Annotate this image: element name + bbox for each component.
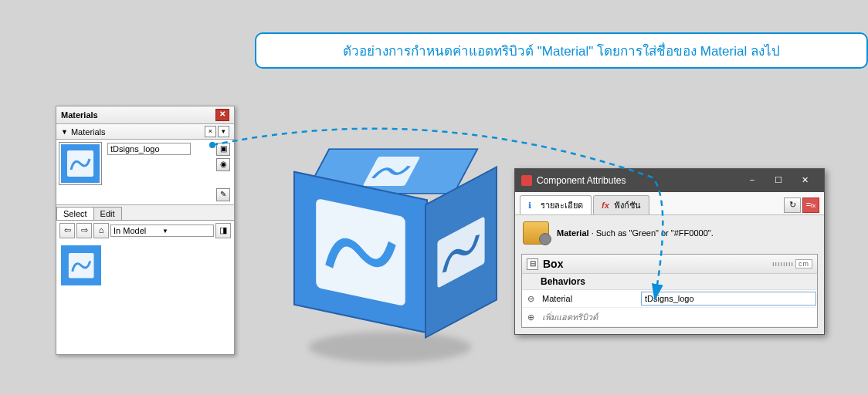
nav-back-icon[interactable]: ⇦ bbox=[59, 223, 75, 238]
tdsigns-logo-icon bbox=[66, 251, 96, 280]
x-small-icon[interactable]: × bbox=[205, 126, 216, 137]
annotation-callout: ตัวอย่างการกำหนดค่าแอตทริบิวต์ "Material… bbox=[255, 32, 868, 69]
app-icon bbox=[521, 175, 532, 186]
details-toggle-icon[interactable]: ◨ bbox=[215, 223, 231, 238]
component-title-text: Component Attributes bbox=[537, 175, 739, 186]
nav-home-icon[interactable]: ⌂ bbox=[93, 223, 109, 238]
collapse-component-icon[interactable]: ⊟ bbox=[527, 258, 538, 270]
section-behaviors: Behaviors bbox=[522, 274, 817, 290]
attributes-grid: ⊟ Box ııııııııcm Behaviors ⊖ Material ⊕ … bbox=[521, 254, 818, 328]
create-material-icon[interactable]: ◉ bbox=[216, 158, 230, 171]
close-icon[interactable]: ✕ bbox=[792, 173, 818, 188]
fx-icon: fx bbox=[602, 201, 611, 210]
minimize-icon[interactable]: − bbox=[739, 173, 765, 188]
materials-tabs: Select Edit bbox=[56, 205, 234, 221]
attr-row-material: ⊖ Material bbox=[522, 290, 817, 308]
add-attribute-row[interactable]: ⊕ เพิ่มแอตทริบิวต์ bbox=[522, 308, 817, 327]
toggle-formula-icon[interactable]: =fx bbox=[802, 198, 819, 213]
materials-title-text: Materials bbox=[61, 110, 215, 120]
attr-label: Material bbox=[539, 292, 638, 306]
material-name-input[interactable] bbox=[107, 143, 191, 155]
send-to-model-icon[interactable]: ▣ bbox=[216, 143, 230, 156]
materials-titlebar[interactable]: Materials ✕ bbox=[56, 106, 234, 124]
component-attributes-window: Component Attributes − ☐ ✕ ℹ รายละเอียด … bbox=[514, 168, 825, 335]
info-icon: ℹ bbox=[528, 201, 537, 210]
material-value-input[interactable] bbox=[641, 292, 816, 306]
model-viewport-cube bbox=[286, 131, 494, 355]
eyedropper-icon[interactable]: ✎ bbox=[216, 188, 230, 201]
tdsigns-logo-icon bbox=[65, 148, 96, 179]
tab-edit[interactable]: Edit bbox=[93, 207, 122, 220]
subheader-text: Materials bbox=[71, 127, 106, 137]
material-thumb[interactable] bbox=[61, 245, 101, 285]
location-dropdown[interactable]: In Model ▼ bbox=[110, 225, 214, 237]
nav-forward-icon[interactable]: ⇨ bbox=[76, 223, 92, 238]
remove-attr-icon[interactable]: ⊖ bbox=[522, 294, 539, 304]
close-icon[interactable]: ✕ bbox=[215, 109, 229, 121]
material-thumbnails bbox=[56, 241, 234, 354]
tab-functions[interactable]: fx ฟังก์ชัน bbox=[593, 195, 649, 214]
units-indicator[interactable]: ııııııııcm bbox=[772, 259, 812, 268]
add-attr-icon[interactable]: ⊕ bbox=[522, 312, 539, 322]
maximize-icon[interactable]: ☐ bbox=[765, 173, 792, 188]
materials-panel: Materials ✕ ▼ Materials × ▾ ▣ ◉ ✎ Select… bbox=[56, 106, 235, 355]
location-value: In Model bbox=[114, 226, 162, 235]
dropdown-small-icon[interactable]: ▾ bbox=[218, 126, 229, 137]
component-name: Box bbox=[543, 258, 772, 270]
tab-select[interactable]: Select bbox=[56, 207, 94, 220]
collapse-triangle-icon[interactable]: ▼ bbox=[61, 128, 68, 136]
attribute-description: Material · Such as "Green" or "#FF0000". bbox=[515, 215, 824, 251]
material-preview-swatch[interactable] bbox=[59, 143, 101, 184]
chevron-down-icon: ▼ bbox=[162, 228, 211, 235]
materials-subheader[interactable]: ▼ Materials × ▾ bbox=[56, 124, 234, 140]
component-titlebar[interactable]: Component Attributes − ☐ ✕ bbox=[515, 169, 824, 192]
refresh-icon[interactable]: ↻ bbox=[784, 198, 801, 213]
material-bucket-icon bbox=[523, 221, 549, 245]
tab-details[interactable]: ℹ รายละเอียด bbox=[520, 195, 592, 214]
